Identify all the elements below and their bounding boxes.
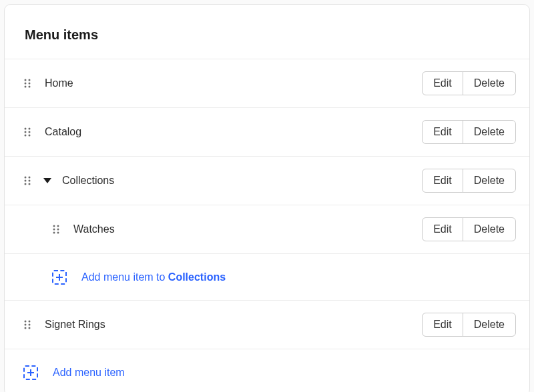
delete-button[interactable]: Delete: [463, 169, 516, 193]
svg-point-19: [57, 225, 59, 227]
svg-point-15: [29, 180, 31, 182]
svg-point-8: [25, 131, 27, 133]
menu-label: Catalog: [45, 126, 81, 138]
drag-handle-icon[interactable]: [23, 79, 33, 88]
drag-handle-icon[interactable]: [52, 225, 61, 234]
svg-point-22: [53, 232, 55, 234]
drag-handle-icon[interactable]: [23, 320, 33, 329]
add-child-label: Add menu item to Collections: [81, 271, 226, 283]
svg-point-16: [25, 183, 27, 185]
edit-button[interactable]: Edit: [422, 217, 463, 241]
svg-point-25: [29, 321, 31, 323]
svg-point-7: [29, 128, 31, 130]
svg-point-3: [29, 83, 31, 85]
edit-button[interactable]: Edit: [422, 313, 463, 337]
svg-point-9: [29, 131, 31, 133]
menu-row-watches: Watches Edit Delete: [5, 205, 529, 253]
svg-point-17: [29, 183, 31, 185]
add-child-row[interactable]: Add menu item to Collections: [5, 253, 529, 300]
add-root-label: Add menu item: [53, 367, 125, 379]
svg-point-26: [25, 324, 27, 326]
menu-row-collections: Collections Edit Delete: [5, 156, 529, 205]
delete-button[interactable]: Delete: [463, 71, 516, 95]
svg-point-29: [29, 327, 31, 329]
svg-point-12: [25, 177, 27, 179]
menu-items-card: Menu items Home Edit Delete Catalog Edit…: [4, 4, 530, 392]
svg-point-28: [25, 327, 27, 329]
menu-label: Signet Rings: [45, 319, 105, 331]
menu-label: Watches: [73, 223, 115, 235]
delete-button[interactable]: Delete: [463, 217, 516, 241]
menu-row-signet: Signet Rings Edit Delete: [5, 300, 529, 349]
svg-point-13: [29, 177, 31, 179]
menu-label: Home: [45, 77, 73, 89]
svg-point-27: [29, 324, 31, 326]
svg-point-14: [25, 180, 27, 182]
svg-point-24: [25, 321, 27, 323]
menu-row-home: Home Edit Delete: [5, 59, 529, 107]
edit-button[interactable]: Edit: [422, 169, 463, 193]
svg-point-5: [29, 86, 31, 88]
row-actions: Edit Delete: [422, 71, 516, 95]
indent-gutter: [5, 269, 34, 285]
svg-point-2: [25, 83, 27, 85]
add-root-row[interactable]: Add menu item: [5, 349, 529, 392]
menu-label: Collections: [62, 175, 114, 187]
row-actions: Edit Delete: [422, 120, 516, 144]
drag-handle-icon[interactable]: [23, 176, 33, 185]
svg-point-1: [29, 79, 31, 81]
row-actions: Edit Delete: [422, 217, 516, 241]
menu-row-catalog: Catalog Edit Delete: [5, 107, 529, 156]
edit-button[interactable]: Edit: [422, 120, 463, 144]
chevron-down-icon[interactable]: [43, 178, 51, 183]
card-title: Menu items: [25, 27, 513, 43]
delete-button[interactable]: Delete: [463, 313, 516, 337]
svg-point-10: [25, 135, 27, 137]
add-child-target: Collections: [168, 271, 226, 283]
add-child-prefix: Add menu item to: [81, 271, 168, 283]
row-actions: Edit Delete: [422, 169, 516, 193]
svg-point-11: [29, 135, 31, 137]
svg-point-4: [25, 86, 27, 88]
delete-button[interactable]: Delete: [463, 120, 516, 144]
svg-point-20: [53, 229, 55, 231]
svg-point-21: [57, 229, 59, 231]
row-actions: Edit Delete: [422, 313, 516, 337]
svg-point-18: [53, 225, 55, 227]
svg-point-6: [25, 128, 27, 130]
indent-gutter: [5, 217, 34, 241]
card-header: Menu items: [5, 5, 529, 59]
add-icon: [52, 270, 67, 285]
drag-handle-icon[interactable]: [23, 127, 33, 137]
svg-point-23: [57, 232, 59, 234]
add-icon: [23, 365, 38, 380]
svg-point-0: [25, 79, 27, 81]
edit-button[interactable]: Edit: [422, 71, 463, 95]
